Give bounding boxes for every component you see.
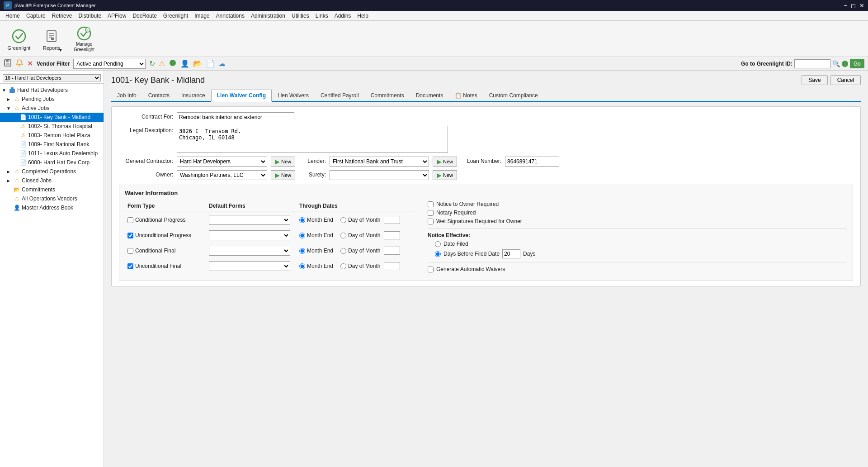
menu-docroute[interactable]: DocRoute (130, 12, 159, 20)
gc-new-button[interactable]: ▶ New (271, 157, 295, 167)
menu-addins[interactable]: Addins (332, 12, 354, 20)
warning-filter-icon[interactable]: ⚠ (159, 59, 165, 68)
cond-final-form-select[interactable] (209, 246, 290, 256)
bell-icon-btn[interactable] (15, 59, 24, 68)
vendor-filter-select[interactable]: Active and Pending All Pending Active Co… (73, 59, 146, 69)
go-to-id-input[interactable] (794, 59, 830, 68)
uncond-final-checkbox[interactable] (127, 263, 133, 269)
toolbar-reports-button[interactable]: Reports ▼ (36, 24, 67, 55)
toolbar-greenlight-button[interactable]: Greenlight (4, 24, 34, 55)
owner-select[interactable]: Washington Partners, LLC (177, 170, 267, 180)
uncond-final-month-end-radio[interactable] (299, 263, 305, 269)
menu-greenlight[interactable]: Greenlight (160, 12, 191, 20)
sidebar-item-job-1003[interactable]: ⚠ 1003- Renton Hotel Plaza (0, 131, 104, 140)
filter-green-icon[interactable] (169, 59, 177, 68)
lender-select[interactable]: First National Bank and Trust (330, 157, 429, 167)
cond-progress-day-input[interactable] (384, 216, 400, 224)
days-before-radio[interactable] (435, 251, 441, 257)
generate-auto-waivers-checkbox[interactable] (428, 267, 434, 272)
contract-for-input[interactable] (177, 112, 294, 122)
notary-required-checkbox[interactable] (428, 210, 434, 216)
sidebar-item-master-address[interactable]: 👤 Master Address Book (0, 203, 104, 212)
menu-capture[interactable]: Capture (24, 12, 48, 20)
wet-signatures-checkbox[interactable] (428, 219, 434, 224)
save-icon-btn[interactable] (4, 59, 12, 68)
cond-final-day-input[interactable] (384, 247, 400, 255)
menu-retrieve[interactable]: Retrieve (49, 12, 75, 20)
sidebar-item-job-1011[interactable]: 📄 1011- Lexus Auto Dealership (0, 149, 104, 158)
menu-utilities[interactable]: Utilities (289, 12, 312, 20)
restore-button[interactable]: ◻ (851, 2, 856, 9)
tab-documents[interactable]: Documents (410, 90, 449, 101)
sidebar-item-completed-ops[interactable]: ► ⚠ Completed Operations (0, 167, 104, 176)
sidebar-item-hard-hat-developers[interactable]: ▼ Hard Hat Developers (0, 86, 104, 95)
cond-final-day-radio[interactable] (340, 248, 346, 254)
tab-lien-waiver-config[interactable]: Lien Waiver Config (211, 90, 272, 102)
sidebar-item-commitments[interactable]: 📂 Commitments (0, 185, 104, 194)
uncond-final-form-select[interactable] (209, 261, 290, 271)
tab-commitments[interactable]: Commitments (365, 90, 410, 101)
filter-person-icon[interactable]: 👤 (180, 59, 189, 68)
menu-image[interactable]: Image (192, 12, 212, 20)
date-filed-radio[interactable] (435, 241, 441, 247)
sidebar-item-pending-jobs[interactable]: ► ⚠ Pending Jobs (0, 95, 104, 104)
tab-insurance[interactable]: Insurance (175, 90, 211, 101)
toolbar-manage-greenlight-button[interactable]: + Manage Greenlight (69, 24, 99, 55)
cond-final-month-end-radio[interactable] (299, 248, 305, 254)
cond-progress-form-select[interactable] (209, 215, 290, 225)
menu-administration[interactable]: Administration (248, 12, 288, 20)
sidebar-item-job-1002[interactable]: ⚠ 1002- St. Thomas Hospital (0, 122, 104, 131)
filter-folder-icon[interactable]: 📂 (193, 59, 202, 68)
notice-to-owner-checkbox[interactable] (428, 201, 434, 207)
cond-progress-checkbox[interactable] (127, 217, 133, 223)
tab-contacts[interactable]: Contacts (142, 90, 175, 101)
legal-desc-textarea[interactable]: 3826 E Transom Rd. Chicago, IL 60148 (177, 126, 448, 153)
cond-progress-month-end-radio[interactable] (299, 217, 305, 223)
sidebar-item-job-6000[interactable]: 📄 6000- Hard Hat Dev Corp (0, 158, 104, 167)
loan-number-input[interactable] (505, 157, 559, 167)
refresh-icon[interactable]: ↻ (149, 59, 155, 68)
days-value-input[interactable] (502, 249, 520, 258)
surety-select[interactable] (330, 170, 429, 180)
tab-job-info[interactable]: Job Info (111, 90, 142, 101)
sidebar-item-job-1001[interactable]: 📄 1001- Key Bank - Midland (0, 113, 104, 122)
filter-cloud-icon[interactable]: ☁ (218, 59, 226, 68)
menu-annotations[interactable]: Annotations (213, 12, 247, 20)
save-button[interactable]: Save (802, 75, 827, 85)
surety-new-button[interactable]: ▶ New (433, 170, 457, 180)
go-button[interactable]: Go (850, 59, 864, 68)
filter-docs-icon[interactable]: 📄 (206, 59, 215, 68)
sidebar-item-closed-jobs[interactable]: ► ⚠ Closed Jobs (0, 176, 104, 185)
company-dropdown[interactable]: 16 - Hard Hat Developers (3, 74, 101, 81)
menu-links[interactable]: Links (313, 12, 331, 20)
cancel-button[interactable]: Cancel (830, 75, 861, 85)
tab-certified-payroll[interactable]: Certified Payroll (315, 90, 365, 101)
tab-custom-compliance[interactable]: Custom Compliance (483, 90, 544, 101)
uncond-progress-checkbox[interactable] (127, 233, 133, 238)
close-button[interactable]: ✕ (859, 2, 864, 9)
uncond-final-day-input[interactable] (384, 262, 400, 270)
tab-lien-waivers[interactable]: Lien Waivers (272, 90, 315, 101)
sidebar-item-job-1009[interactable]: 📄 1009- First National Bank (0, 140, 104, 149)
go-to-id-search-button[interactable]: 🔍 (832, 60, 840, 67)
lender-new-button[interactable]: ▶ New (433, 157, 457, 167)
uncond-progress-day-radio[interactable] (340, 233, 346, 238)
menu-distribute[interactable]: Distribute (75, 12, 104, 20)
menu-help[interactable]: Help (354, 12, 371, 20)
reports-dropdown-arrow[interactable]: ▼ (58, 48, 63, 52)
sidebar-item-all-ops-vendors[interactable]: ⚠ All Operations Vendors (0, 194, 104, 203)
uncond-final-day-radio[interactable] (340, 263, 346, 269)
gc-select[interactable]: Hard Hat Developers (177, 157, 267, 167)
uncond-progress-month-end-radio[interactable] (299, 233, 305, 238)
owner-new-button[interactable]: ▶ New (271, 170, 295, 180)
uncond-progress-form-select[interactable] (209, 230, 290, 240)
close-icon-btn[interactable]: ✕ (27, 59, 33, 68)
uncond-progress-day-input[interactable] (384, 231, 400, 239)
minimize-button[interactable]: − (844, 2, 847, 9)
cond-final-checkbox[interactable] (127, 248, 133, 254)
menu-apflow[interactable]: APFlow (105, 12, 129, 20)
tab-notes[interactable]: 📋 Notes (449, 90, 483, 101)
sidebar-item-active-jobs[interactable]: ▼ ⚠ Active Jobs (0, 104, 104, 113)
menu-home[interactable]: Home (3, 12, 23, 20)
cond-progress-day-radio[interactable] (340, 217, 346, 223)
